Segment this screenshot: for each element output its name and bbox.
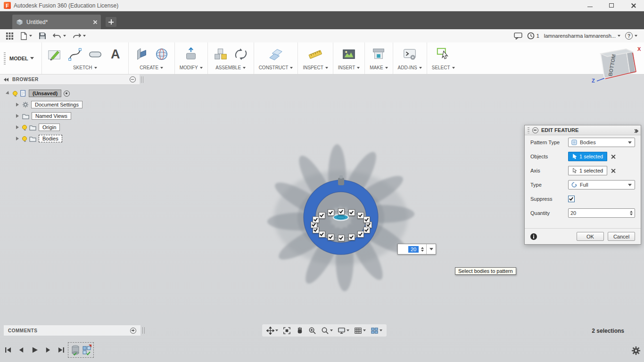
timeline-settings-button[interactable]: [631, 346, 641, 355]
group-label-insert[interactable]: INSERT: [338, 65, 360, 70]
document-tab-untitled[interactable]: Untitled*: [12, 15, 101, 29]
sketch-text-button[interactable]: A: [107, 46, 124, 62]
suppress-checkbox[interactable]: [568, 196, 575, 202]
axis-selection-chip[interactable]: 1 selected: [568, 166, 607, 175]
info-icon[interactable]: [530, 233, 537, 240]
group-label-sketch[interactable]: SKETCH: [73, 65, 97, 70]
expander-icon[interactable]: [16, 137, 19, 140]
viewcube[interactable]: BOTTOM X Z: [590, 44, 643, 84]
zoom-window-button[interactable]: [320, 326, 334, 336]
floating-quantity-spinner[interactable]: [421, 247, 424, 252]
pan-hand-button[interactable]: [294, 326, 305, 336]
timeline-play-button[interactable]: [29, 345, 40, 355]
cancel-button[interactable]: Cancel: [608, 232, 635, 241]
tree-row-named-views[interactable]: Named Views: [7, 110, 148, 122]
capture-position-icon[interactable]: [64, 90, 70, 97]
save-button[interactable]: [39, 32, 46, 40]
node-label-selected[interactable]: Bodies: [39, 135, 62, 142]
job-status-button[interactable]: 1: [527, 32, 539, 40]
dialog-grip[interactable]: [528, 127, 529, 133]
tree-row-bodies[interactable]: Bodies: [7, 133, 148, 144]
group-label-addins[interactable]: ADD-INS: [398, 65, 422, 70]
root-node-label[interactable]: (Unsaved): [29, 90, 61, 97]
dialog-collapse-icon[interactable]: [532, 127, 538, 133]
dialog-expand-icon[interactable]: [634, 126, 638, 134]
expander-icon[interactable]: [6, 91, 10, 96]
group-label-select[interactable]: SELECT: [432, 65, 455, 70]
group-label-inspect[interactable]: INSPECT: [303, 65, 328, 70]
press-pull-button[interactable]: [183, 46, 199, 62]
group-label-construct[interactable]: CONSTRUCT: [259, 65, 293, 70]
pattern-instance-checkbox[interactable]: [338, 235, 345, 241]
pattern-type-select[interactable]: Bodies: [568, 138, 635, 147]
group-label-modify[interactable]: MODIFY: [180, 65, 203, 70]
timeline-step-back-button[interactable]: [16, 345, 27, 355]
node-label[interactable]: Named Views: [32, 112, 71, 120]
tree-row-document-settings[interactable]: Document Settings: [7, 99, 148, 110]
help-menu[interactable]: ?: [625, 32, 637, 40]
floating-quantity-input[interactable]: 20: [397, 244, 436, 255]
new-component-button[interactable]: [213, 46, 229, 62]
comments-panel-grip[interactable]: [142, 327, 145, 334]
tree-row-origin[interactable]: Origin: [7, 122, 148, 133]
pattern-instance-checkbox[interactable]: [357, 231, 364, 238]
app-grid-button[interactable]: [6, 32, 14, 40]
scripts-addins-button[interactable]: [402, 46, 418, 62]
display-settings-button[interactable]: [336, 326, 351, 336]
objects-selection-chip[interactable]: 1 selected: [568, 152, 607, 161]
dialog-header[interactable]: EDIT FEATURE: [525, 125, 641, 135]
quantity-spinner[interactable]: [630, 211, 633, 215]
browser-panel-grip[interactable]: [141, 76, 143, 83]
node-label[interactable]: Document Settings: [31, 101, 83, 108]
collapse-panel-icon[interactable]: [4, 78, 8, 82]
workspace-switcher[interactable]: MODEL: [9, 56, 34, 61]
expander-icon[interactable]: [16, 103, 19, 107]
comment-button[interactable]: [514, 33, 522, 40]
toolbar-grip[interactable]: [4, 52, 6, 65]
browser-minimize-icon[interactable]: [130, 76, 136, 82]
pattern-instance-checkbox[interactable]: [348, 234, 355, 240]
slot-tool-button[interactable]: [87, 46, 103, 62]
expand-comments-icon[interactable]: [130, 328, 136, 334]
visibility-bulb-icon[interactable]: [22, 136, 27, 141]
timeline-go-end-button[interactable]: [56, 345, 66, 355]
floating-quantity-dropdown[interactable]: [426, 244, 436, 254]
tree-root-row[interactable]: (Unsaved): [7, 88, 148, 99]
new-tab-button[interactable]: [106, 17, 116, 27]
pattern-instance-checkbox[interactable]: [311, 222, 317, 228]
grid-settings-button[interactable]: [353, 326, 367, 336]
visibility-bulb-icon[interactable]: [13, 91, 17, 96]
pattern-instance-checkbox[interactable]: [328, 209, 334, 216]
zoom-in-button[interactable]: [307, 326, 318, 336]
pattern-instance-checkbox[interactable]: [363, 227, 370, 233]
user-account-menu[interactable]: lamnarensharma lamnarensh...: [544, 33, 620, 39]
pattern-instance-checkbox[interactable]: [319, 231, 325, 238]
orbit-button[interactable]: [265, 326, 280, 336]
comments-panel-header[interactable]: COMMENTS: [4, 325, 140, 336]
timeline-feature-pattern[interactable]: [82, 344, 91, 356]
fit-button[interactable]: [281, 326, 292, 336]
measure-button[interactable]: [307, 46, 323, 62]
ok-button[interactable]: OK: [577, 232, 604, 241]
undo-button[interactable]: [53, 33, 66, 39]
clear-axis-icon[interactable]: [611, 168, 616, 173]
extrude-button[interactable]: [133, 46, 149, 62]
node-label[interactable]: Origin: [39, 123, 60, 131]
pattern-instance-checkbox[interactable]: [365, 222, 372, 228]
pattern-instance-checkbox[interactable]: [357, 212, 364, 219]
construction-plane-button[interactable]: [268, 46, 284, 62]
group-label-assemble[interactable]: ASSEMBLE: [215, 65, 246, 70]
expander-icon[interactable]: [16, 125, 19, 129]
tab-close-icon[interactable]: [92, 20, 97, 25]
close-button[interactable]: [622, 0, 644, 11]
make-3d-print-button[interactable]: [371, 46, 387, 62]
create-sketch-button[interactable]: [47, 46, 63, 62]
pattern-instance-checkbox[interactable]: [363, 216, 370, 223]
group-label-make[interactable]: MAKE: [370, 65, 388, 70]
maximize-button[interactable]: [601, 0, 622, 11]
pattern-instance-checkbox[interactable]: [328, 234, 334, 240]
insert-canvas-button[interactable]: [341, 46, 357, 62]
group-label-create[interactable]: CREATE: [140, 65, 163, 70]
type-select[interactable]: Full: [568, 180, 635, 189]
quantity-input[interactable]: 20: [568, 208, 635, 218]
